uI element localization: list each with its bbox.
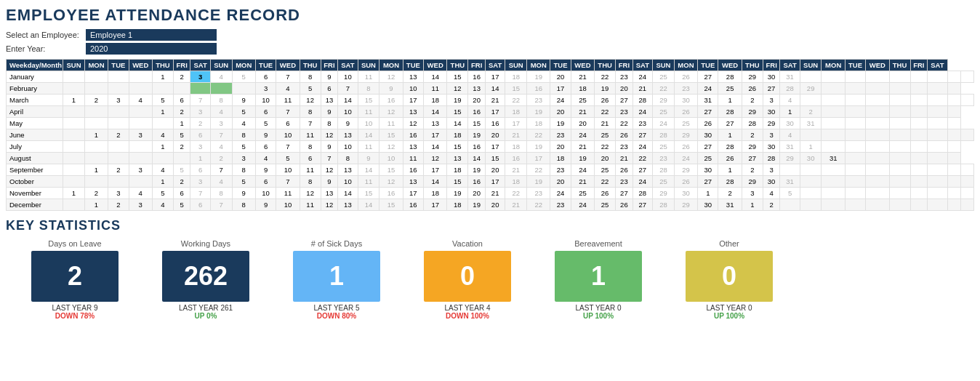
calendar-header-row: Weekday/Month SUN MON TUE WED THU FRI SA…: [7, 60, 974, 71]
h-tue3: TUE: [403, 60, 423, 71]
h-sun3: SUN: [358, 60, 379, 71]
vacation-last-year: LAST YEAR 4: [444, 304, 490, 312]
h-fri6: FRI: [910, 60, 928, 71]
h-sat4: SAT: [632, 60, 652, 71]
h-wed5: WED: [718, 60, 742, 71]
month-november: November: [7, 188, 63, 199]
stat-vacation: Vacation 0 LAST YEAR 4 DOWN 100%: [413, 239, 522, 320]
month-march: March: [7, 95, 63, 106]
h-sat2: SAT: [338, 60, 358, 71]
table-row: July 123 45 678910 1112 1314151617 1819 …: [7, 141, 974, 153]
month-april: April: [7, 106, 63, 118]
bereavement-change: UP 100%: [583, 312, 614, 320]
vacation-label: Vacation: [452, 239, 483, 248]
table-row: November 1234 567 89 1011121314 1516 171…: [7, 188, 974, 199]
table-row: January 123 45 678910 1112 1314151617 18…: [7, 71, 974, 83]
stat-bereavement: Bereavement 1 LAST YEAR 0 UP 100%: [544, 239, 653, 320]
weekday-month-header: Weekday/Month: [7, 60, 63, 71]
h-fri4: FRI: [616, 60, 633, 71]
sick-days-change: DOWN 80%: [317, 312, 356, 320]
sick-days-value: 1: [293, 251, 380, 302]
vacation-value: 0: [424, 251, 511, 302]
bereavement-value: 1: [555, 251, 642, 302]
key-stats-title: KEY STATISTICS: [6, 218, 974, 233]
other-label: Other: [719, 239, 739, 248]
h-sat6: SAT: [928, 60, 947, 71]
stats-row: Days on Leave 2 LAST YEAR 9 DOWN 78% Wor…: [6, 239, 974, 320]
h-fri2: FRI: [321, 60, 338, 71]
table-row: June 123 456 78 910111213 1415 161718192…: [7, 129, 974, 141]
days-on-leave-label: Days on Leave: [48, 239, 101, 248]
h-thu5: THU: [742, 60, 763, 71]
stat-sick-days: # of Sick Days 1 LAST YEAR 5 DOWN 80%: [282, 239, 391, 320]
h-sun5: SUN: [653, 60, 675, 71]
sick-days-label: # of Sick Days: [311, 239, 362, 248]
h-tue5: TUE: [698, 60, 718, 71]
year-value[interactable]: 2020: [86, 43, 217, 55]
h-thu4: THU: [595, 60, 616, 71]
bereavement-label: Bereavement: [574, 239, 622, 248]
h-thu2: THU: [300, 60, 321, 71]
h-mon2: MON: [232, 60, 255, 71]
month-october: October: [7, 176, 63, 188]
month-september: September: [7, 164, 63, 176]
other-last-year: LAST YEAR 0: [706, 304, 752, 312]
attendance-calendar: Weekday/Month SUN MON TUE WED THU FRI SA…: [6, 59, 974, 211]
h-mon5: MON: [674, 60, 697, 71]
h-sat1: SAT: [190, 60, 210, 71]
h-thu1: THU: [152, 60, 173, 71]
h-thu6: THU: [889, 60, 910, 71]
year-field-row: Enter Year: 2020: [6, 43, 974, 55]
h-tue4: TUE: [550, 60, 571, 71]
working-days-last-year: LAST YEAR 261: [179, 304, 233, 312]
h-tue2: TUE: [255, 60, 276, 71]
month-january: January: [7, 71, 63, 83]
other-change: UP 100%: [714, 312, 744, 320]
table-row: December 123 456 78 910111213 1415 16171…: [7, 199, 974, 211]
stat-other: Other 0 LAST YEAR 0 UP 100%: [675, 239, 784, 320]
stat-working-days: Working Days 262 LAST YEAR 261 UP 0%: [151, 239, 260, 320]
table-row: September 123 456 78 910111213 1415 1617…: [7, 164, 974, 176]
h-fri5: FRI: [763, 60, 780, 71]
table-row: April 123 45 678910 1112 1314151617 1819…: [7, 106, 974, 118]
h-mon1: MON: [84, 60, 108, 71]
days-on-leave-change: DOWN 78%: [55, 312, 95, 320]
table-row: May 12 34 56789 1011 1213141516 1718 192…: [7, 118, 974, 129]
h-fri3: FRI: [468, 60, 486, 71]
year-label: Enter Year:: [6, 44, 86, 53]
h-tue1: TUE: [108, 60, 129, 71]
h-sun4: SUN: [505, 60, 527, 71]
h-sat3: SAT: [485, 60, 505, 71]
h-thu3: THU: [447, 60, 468, 71]
days-on-leave-last-year: LAST YEAR 9: [52, 304, 97, 312]
key-statistics-section: KEY STATISTICS Days on Leave 2 LAST YEAR…: [6, 218, 974, 320]
h-wed2: WED: [276, 60, 300, 71]
h-sat5: SAT: [780, 60, 800, 71]
h-fri1: FRI: [173, 60, 190, 71]
h-sun1: SUN: [63, 60, 85, 71]
employee-section: Select an Employee: Employee 1 Enter Yea…: [6, 29, 974, 55]
month-august: August: [7, 153, 63, 164]
table-row: February 34567 89 1011121314 1516 171819…: [7, 83, 974, 95]
sick-days-last-year: LAST YEAR 5: [313, 304, 359, 312]
main-container: EMPLOYEE ATTENDANCE RECORD Select an Emp…: [0, 0, 980, 381]
h-sun6: SUN: [800, 60, 822, 71]
h-wed6: WED: [866, 60, 889, 71]
h-mon6: MON: [822, 60, 845, 71]
vacation-change: DOWN 100%: [446, 312, 489, 320]
employee-field-row: Select an Employee: Employee 1: [6, 29, 974, 41]
h-sun2: SUN: [210, 60, 232, 71]
working-days-change: UP 0%: [195, 312, 217, 320]
h-wed3: WED: [423, 60, 446, 71]
employee-value[interactable]: Employee 1: [86, 29, 217, 41]
employee-label: Select an Employee:: [6, 31, 86, 39]
month-june: June: [7, 129, 63, 141]
days-on-leave-value: 2: [31, 251, 119, 302]
h-wed4: WED: [571, 60, 594, 71]
h-wed1: WED: [129, 60, 152, 71]
bereavement-last-year: LAST YEAR 0: [575, 304, 621, 312]
table-row: August 1 23 45678 910 1112131415 1617 18…: [7, 153, 974, 164]
h-mon4: MON: [527, 60, 550, 71]
month-july: July: [7, 141, 63, 153]
page-title: EMPLOYEE ATTENDANCE RECORD: [6, 6, 974, 25]
